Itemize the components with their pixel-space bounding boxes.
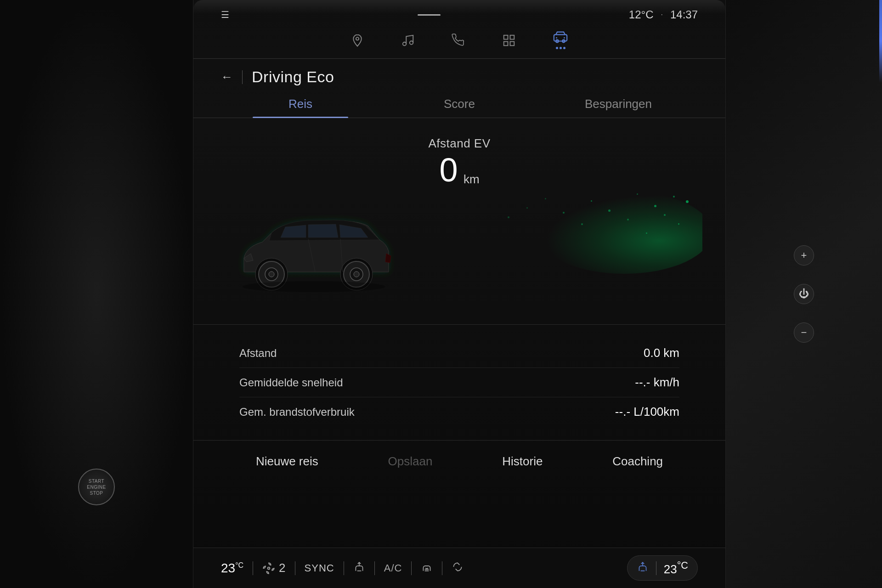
svg-point-1 [403, 42, 407, 45]
blue-accent-bar [879, 0, 882, 83]
nav-icon-phone[interactable] [452, 34, 465, 49]
right-climate-section: 23°C [627, 555, 698, 581]
main-infotainment-screen: ☰ 12°C · 14:37 [193, 0, 726, 588]
tab-reis[interactable]: Reis [221, 90, 380, 118]
tab-bar: Reis Score Besparingen [193, 90, 725, 118]
tab-score[interactable]: Score [380, 90, 539, 118]
start-engine-label2: ENGINE [87, 484, 106, 490]
svg-point-2 [410, 41, 413, 45]
tab-besparingen[interactable]: Besparingen [539, 90, 698, 118]
right-temperature: 23°C [664, 560, 688, 577]
nieuwe-reis-button[interactable]: Nieuwe reis [247, 450, 328, 473]
stat-label-speed: Gemiddelde snelheid [239, 376, 343, 389]
right-divider [656, 561, 656, 575]
nav-icon-apps[interactable] [502, 34, 516, 49]
left-dashboard-panel: START ENGINE STOP [0, 0, 193, 588]
opslaan-button: Opslaan [379, 450, 442, 473]
ev-distance-section: Afstand EV 0 km [428, 118, 490, 187]
start-engine-label3: STOP [90, 490, 103, 496]
stat-value-afstand: 0.0 km [644, 346, 679, 360]
svg-rect-3 [504, 35, 508, 39]
page-header: ← Driving Eco [193, 59, 725, 90]
volume-down-button[interactable]: − [794, 322, 814, 343]
climate-divider-2 [295, 561, 295, 575]
ev-distance-value: 0 [439, 152, 458, 188]
svg-rect-5 [504, 41, 508, 45]
svg-point-14 [269, 271, 274, 277]
stat-label-afstand: Afstand [239, 347, 277, 360]
fan-icon [262, 562, 275, 575]
nav-icon-music[interactable] [401, 34, 415, 49]
car-image [230, 208, 396, 301]
climate-divider-3 [344, 561, 344, 575]
right-seat-icon [637, 561, 649, 576]
stat-value-fuel: --.- L/100km [615, 405, 679, 419]
power-button[interactable]: ⏻ [794, 284, 814, 304]
page-title: Driving Eco [252, 68, 334, 86]
ev-distance-unit: km [464, 172, 480, 186]
climate-divider-4 [374, 561, 375, 575]
climate-divider-5 [411, 561, 412, 575]
climate-bar: 23°C 2 SYNC [193, 548, 725, 588]
recirculation-icon[interactable] [452, 561, 464, 576]
left-temperature: 23°C [221, 561, 243, 576]
svg-rect-4 [510, 35, 514, 39]
volume-up-button[interactable]: + [794, 245, 814, 266]
main-content: Afstand EV 0 km [193, 118, 725, 548]
right-volume-controls: + ⏻ − [794, 245, 814, 343]
navigation-bar [193, 26, 725, 59]
sync-label[interactable]: SYNC [305, 562, 334, 574]
stat-row-fuel: Gem. brandstofverbruik --.- L/100km [239, 397, 679, 426]
coaching-button[interactable]: Coaching [603, 450, 672, 473]
car-visualization [193, 177, 725, 315]
climate-divider-6 [442, 561, 442, 575]
header-divider [242, 70, 243, 84]
right-panel: + ⏻ − [726, 0, 882, 588]
svg-point-20 [243, 281, 385, 292]
fan-speed[interactable]: 2 [262, 561, 285, 575]
climate-divider-1 [253, 561, 253, 575]
stat-label-fuel: Gem. brandstofverbruik [239, 406, 355, 418]
ev-distance-label: Afstand EV [428, 136, 490, 151]
svg-rect-6 [510, 41, 514, 45]
stats-section: Afstand 0.0 km Gemiddelde snelheid --.- … [193, 324, 725, 440]
seat-heat-icon[interactable] [353, 561, 365, 576]
svg-point-21 [268, 567, 270, 569]
stat-value-speed: --.- km/h [635, 375, 679, 390]
nav-icon-navigation[interactable] [351, 34, 364, 49]
back-button[interactable]: ← [221, 70, 233, 84]
historie-button[interactable]: Historie [493, 450, 552, 473]
start-engine-label: START [89, 478, 104, 484]
stat-row-speed: Gemiddelde snelheid --.- km/h [239, 368, 679, 397]
stat-row-afstand: Afstand 0.0 km [239, 339, 679, 368]
svg-point-0 [356, 37, 359, 40]
ac-label[interactable]: A/C [384, 562, 402, 574]
start-engine-button[interactable]: START ENGINE STOP [78, 469, 115, 505]
fan-speed-value: 2 [279, 561, 285, 575]
action-bar: Nieuwe reis Opslaan Historie Coaching [193, 440, 725, 482]
seat-vent-icon[interactable] [421, 561, 433, 576]
svg-point-17 [354, 271, 359, 277]
nav-icon-car[interactable] [553, 29, 568, 53]
